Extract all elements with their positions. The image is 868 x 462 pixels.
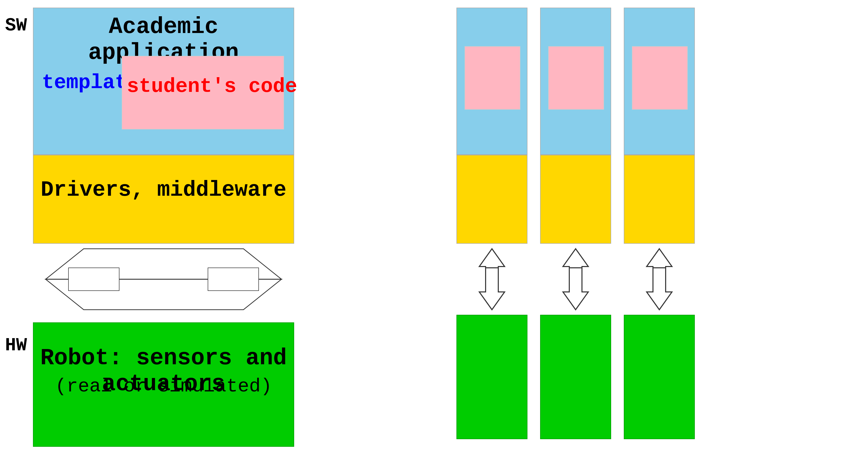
svg-marker-9 — [647, 268, 672, 310]
svg-marker-5 — [479, 268, 505, 310]
col3-arrow-area — [624, 244, 695, 315]
left-green-block — [33, 322, 294, 447]
col2-blue — [540, 8, 611, 155]
students-code-block — [122, 56, 284, 129]
col3-yellow — [624, 155, 695, 244]
right-col-2 — [540, 8, 611, 439]
col1-arrow-area — [457, 244, 527, 315]
col1-green — [457, 315, 527, 439]
svg-rect-3 — [208, 268, 259, 291]
left-connector-svg — [33, 244, 294, 315]
col2-yellow — [540, 155, 611, 244]
col1-pink — [465, 46, 520, 110]
hw-label: HW — [5, 335, 27, 356]
right-col-1 — [457, 8, 527, 439]
left-yellow-block — [33, 155, 294, 244]
diagram-container: SW HW Academic application template stud… — [0, 0, 868, 462]
col1-bidirectional-arrow — [469, 246, 515, 312]
col3-bidirectional-arrow — [637, 246, 682, 312]
col3-pink — [632, 46, 688, 110]
left-arrow-area — [33, 244, 294, 315]
col2-bidirectional-arrow — [553, 246, 598, 312]
col2-green — [540, 315, 611, 439]
col1-blue — [457, 8, 527, 155]
col2-pink — [548, 46, 604, 110]
col3-blue — [624, 8, 695, 155]
col2-arrow-area — [540, 244, 611, 315]
right-col-3 — [624, 8, 695, 439]
svg-marker-7 — [563, 268, 588, 310]
col3-green — [624, 315, 695, 439]
svg-rect-2 — [68, 268, 119, 291]
col1-yellow — [457, 155, 527, 244]
sw-label: SW — [5, 15, 27, 36]
